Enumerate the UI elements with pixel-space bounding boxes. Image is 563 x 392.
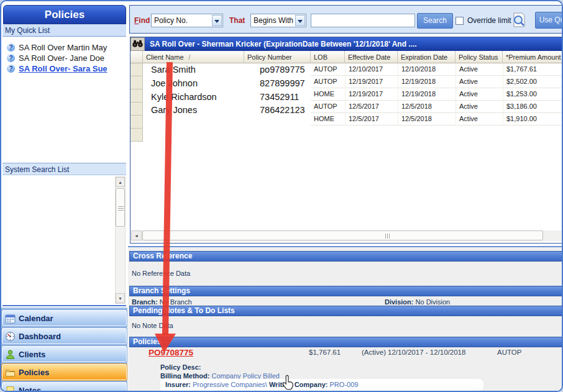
- cell-effective: 12/10/2017: [345, 63, 398, 76]
- cell-lob: HOME: [311, 88, 345, 101]
- division-field: Division: No Division: [385, 298, 450, 306]
- column-header-policy-status[interactable]: Policy Status: [455, 51, 503, 63]
- grid-body: AUTOP 12/10/2017 12/10/2018 Active $1,76…: [130, 63, 563, 230]
- quick-list-header: My Quick List: [2, 24, 126, 37]
- nav-button-calendar[interactable]: Calendar: [2, 310, 127, 326]
- question-icon: ?: [7, 65, 15, 73]
- client-name-text[interactable]: Gary Jones: [151, 105, 197, 115]
- match-type-dropdown[interactable]: Begins With: [250, 14, 306, 27]
- column-header-expiration-date[interactable]: Expiration Date: [398, 51, 455, 63]
- row-gutter-cell[interactable]: [130, 103, 143, 116]
- quicklist-item-selected[interactable]: ? SA Roll Over- Sara Sue: [2, 63, 126, 74]
- section-header-policies[interactable]: Policies: [129, 337, 563, 347]
- cell-status: Active: [455, 88, 503, 101]
- column-header-premium-amount[interactable]: *Premium Amount: [503, 51, 563, 63]
- binoculars-icon: [132, 39, 144, 48]
- scroll-down-icon[interactable]: ▼: [116, 293, 125, 303]
- quicklist-item[interactable]: ? SA Roll Over Martin May: [2, 42, 126, 53]
- table-row[interactable]: AUTOP 12/19/2017 12/19/2018 Active $2,50…: [311, 76, 563, 88]
- cell-expiration: 12/10/2018: [398, 63, 455, 76]
- client-name-text[interactable]: Kyle Richardson: [151, 92, 217, 102]
- nav-button-label: Notes: [19, 386, 41, 392]
- insurer-value: Progressive Companies\: [193, 381, 267, 388]
- notes-icon: [5, 385, 16, 392]
- scrollbar-thumb[interactable]: [142, 230, 543, 240]
- column-header-effective-date[interactable]: Effective Date: [345, 51, 398, 63]
- policy-number-text[interactable]: 73452911: [260, 92, 299, 102]
- policy-term: 12/10/2017 - 12/10/2018: [388, 349, 465, 356]
- vertical-scrollbar[interactable]: ▲ ▼: [115, 176, 126, 304]
- quicklist-item-label: SA Roll Over- Jane Doe: [19, 53, 104, 63]
- chevron-down-icon[interactable]: [212, 15, 222, 26]
- table-row[interactable]: AUTOP 12/10/2017 12/10/2018 Active $1,76…: [311, 63, 563, 76]
- cell-effective: 12/5/2017: [345, 101, 398, 113]
- client-name-text[interactable]: Joe Johnon: [151, 78, 198, 88]
- that-label: That: [229, 16, 245, 25]
- nav-button-clients[interactable]: Clients: [2, 346, 127, 362]
- table-row[interactable]: HOME 12/19/2017 12/19/2018 Active $1,253…: [311, 88, 563, 101]
- row-gutter-cell[interactable]: [130, 116, 143, 129]
- table-row[interactable]: HOME 12/5/2017 12/5/2018 Active $1,910.0…: [311, 113, 563, 125]
- column-header-client-name[interactable]: Client Name/: [143, 51, 244, 63]
- system-search-list: ▲ ▼: [2, 175, 126, 306]
- find-toolbar: Find Policy No. That Begins With Search …: [129, 5, 563, 34]
- cell-status: Active: [455, 76, 503, 88]
- section-header-pending-notes[interactable]: Pending Notes & To Do Lists: [129, 306, 563, 316]
- sort-ascending-icon: /: [189, 54, 191, 61]
- row-gutter-cell[interactable]: [130, 76, 143, 89]
- row-gutter-header: [130, 51, 143, 63]
- quicklist-item[interactable]: ? SA Roll Over- Jane Doe: [2, 53, 126, 63]
- column-header-lob[interactable]: LOB: [311, 51, 345, 63]
- cell-expiration: 12/5/2018: [398, 113, 455, 125]
- find-field-dropdown[interactable]: Policy No.: [151, 14, 223, 27]
- section-header-cross-reference[interactable]: Cross Reference: [129, 251, 563, 262]
- cell-effective: 12/19/2017: [345, 88, 398, 101]
- notes-empty-text: No Note Data: [132, 322, 173, 329]
- results-title: SA Roll Over - Sherman Kricker (Expirati…: [145, 37, 563, 51]
- search-input[interactable]: [311, 14, 415, 27]
- chevron-down-icon[interactable]: [295, 15, 305, 26]
- table-row[interactable]: AUTOP 12/5/2017 12/5/2018 Active $3,186.…: [311, 101, 563, 113]
- scroll-up-icon[interactable]: ▲: [116, 177, 125, 187]
- nav-button-label: Dashboard: [19, 332, 61, 341]
- row-gutter-cell[interactable]: [130, 63, 143, 76]
- nav-button-dashboard[interactable]: Dashboard: [2, 328, 127, 344]
- section-header-branch-settings[interactable]: Branch Settings: [129, 286, 563, 296]
- use-query-button[interactable]: Use Qu: [535, 12, 563, 29]
- horizontal-scrollbar[interactable]: ◄: [131, 230, 563, 241]
- sidebar-title: Policies: [3, 5, 126, 24]
- quicklist-item-label: SA Roll Over Martin May: [19, 43, 107, 52]
- client-name-text[interactable]: Sara Smith: [151, 65, 196, 75]
- thumb-grip: [118, 206, 124, 207]
- search-document-icon[interactable]: [510, 12, 528, 29]
- quick-list: ? SA Roll Over Martin May ? SA Roll Over…: [2, 37, 126, 163]
- app-window: Policies My Quick List ? SA Roll Over Ma…: [0, 0, 563, 392]
- scroll-left-icon[interactable]: ◄: [131, 230, 142, 240]
- cell-premium: $1,253.00: [503, 88, 563, 101]
- question-icon: ?: [7, 54, 15, 62]
- policy-number-text[interactable]: po9789775: [260, 65, 305, 75]
- calendar-icon: [5, 313, 16, 324]
- policy-number-text[interactable]: 786422123: [260, 105, 305, 115]
- cell-expiration: 12/19/2018: [398, 76, 455, 88]
- find-label: Find: [134, 16, 150, 25]
- scrollbar-thumb[interactable]: [116, 188, 125, 227]
- policy-number-link[interactable]: PO9708775: [149, 348, 193, 357]
- search-binoculars-button[interactable]: [130, 37, 145, 51]
- row-gutter-cell[interactable]: [130, 129, 143, 142]
- override-limit-checkbox[interactable]: [455, 17, 464, 25]
- policy-number-text[interactable]: 827899997: [260, 78, 305, 88]
- column-header-row: Client Name/ Policy Number LOB Effective…: [130, 51, 563, 63]
- row-gutter-cell[interactable]: [130, 89, 143, 103]
- cell-effective: 12/19/2017: [345, 76, 398, 88]
- question-icon: ?: [7, 43, 15, 52]
- search-button[interactable]: Search: [417, 13, 453, 29]
- cell-premium: $3,186.00: [503, 101, 563, 113]
- nav-button-policies[interactable]: Policies: [2, 364, 127, 380]
- policy-desc-label: Policy Desc:: [160, 363, 201, 371]
- nav-button-notes[interactable]: Notes: [2, 382, 127, 392]
- insurer-field: Insurer: Progressive Companies\ Writing …: [165, 381, 358, 388]
- system-search-list-header: System Search List: [2, 163, 126, 175]
- column-header-policy-number[interactable]: Policy Number: [244, 51, 311, 63]
- cell-lob: AUTOP: [311, 101, 345, 113]
